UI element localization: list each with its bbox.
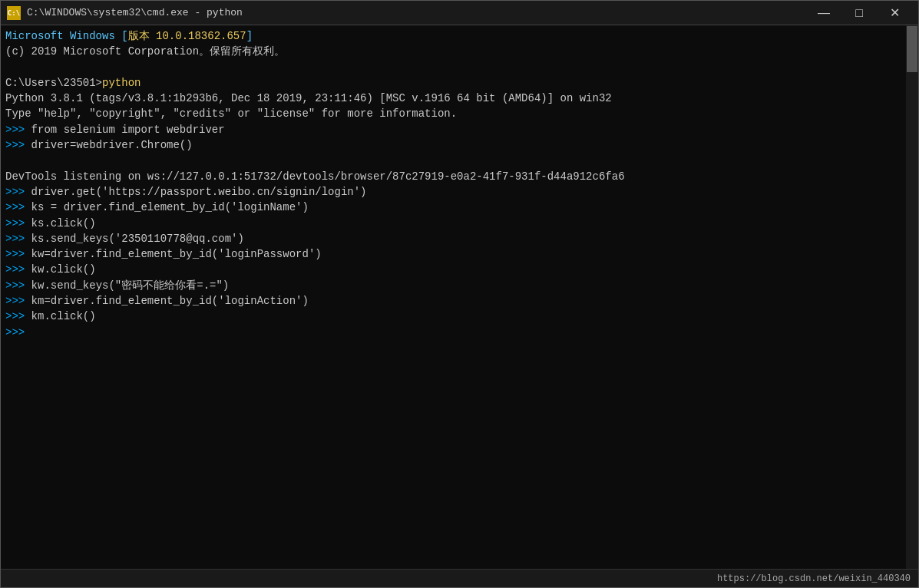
line-1: Microsoft Windows [版本 10.0.18362.657] (c… — [5, 30, 625, 339]
terminal-output: Microsoft Windows [版本 10.0.18362.657] (c… — [5, 28, 914, 340]
minimize-button[interactable]: — — [806, 1, 841, 25]
cmd-icon: C:\ — [7, 6, 21, 20]
close-button[interactable]: ✕ — [877, 1, 912, 25]
title-bar: C:\ C:\WINDOWS\system32\cmd.exe - python… — [1, 1, 918, 25]
window-controls: — □ ✕ — [806, 1, 912, 25]
window-title: C:\WINDOWS\system32\cmd.exe - python — [27, 7, 806, 18]
scrollbar[interactable] — [906, 25, 918, 569]
scrollbar-thumb[interactable] — [907, 26, 917, 72]
status-bar: https://blog.csdn.net/weixin_440340 — [1, 569, 918, 587]
terminal-body[interactable]: Microsoft Windows [版本 10.0.18362.657] (c… — [1, 25, 918, 569]
maximize-button[interactable]: □ — [841, 1, 877, 25]
status-url: https://blog.csdn.net/weixin_440340 — [717, 573, 911, 584]
cmd-window: C:\ C:\WINDOWS\system32\cmd.exe - python… — [0, 0, 919, 588]
